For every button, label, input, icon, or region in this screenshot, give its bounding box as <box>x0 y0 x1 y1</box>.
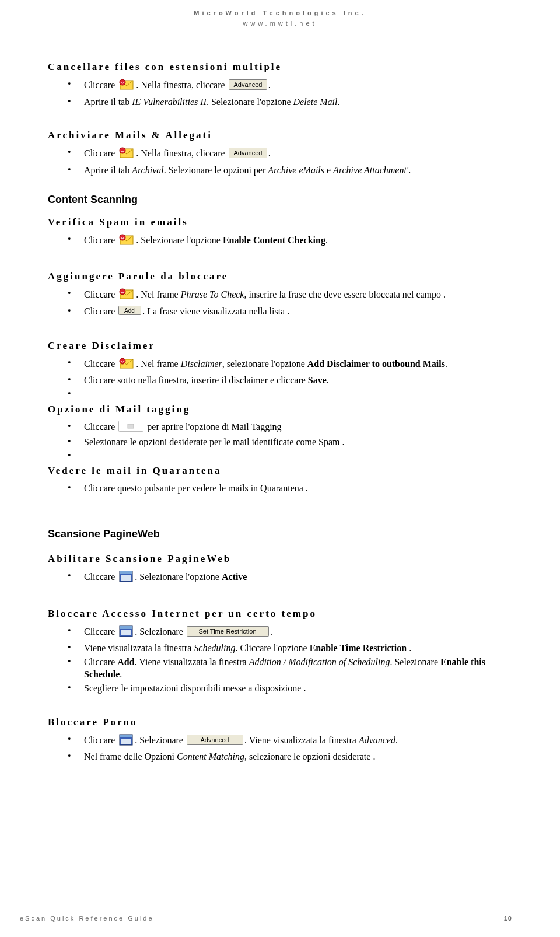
web-icon <box>118 733 134 750</box>
step: Cliccare per aprire l'opzione di Mail Ta… <box>84 420 512 436</box>
heading-archive-mails: Archiviare Mails & Allegati <box>48 130 512 141</box>
heading-block-internet: Bloccare Accesso Internet per un certo t… <box>48 608 512 620</box>
list: Cliccare . Nella finestra, cliccare . Ap… <box>48 146 512 177</box>
page-footer: eScan Quick Reference Guide 10 <box>0 915 560 922</box>
step: Viene visualizzata la finestra Schedulin… <box>84 641 512 655</box>
list: Cliccare . Selezionare l'opzione Active <box>48 569 512 587</box>
advanced-button-icon <box>229 148 267 162</box>
heading-cancel-files: Cancellare files con estensioni multiple <box>48 61 512 73</box>
step: Cliccare . Selezionare l'opzione Active <box>84 569 512 587</box>
mail-icon <box>118 288 135 304</box>
step: Scegliere le impostazioni disponibili me… <box>84 681 512 695</box>
page-number: 10 <box>504 915 512 922</box>
page-header: MicroWorld Technologies Inc. www.mwti.ne… <box>48 8 512 29</box>
web-icon <box>118 625 134 641</box>
step: Cliccare . Nella finestra, cliccare . <box>84 78 512 95</box>
step: Cliccare Add. Viene visualizzata la fine… <box>84 655 512 681</box>
mail-icon <box>118 146 135 163</box>
step: Cliccare questo pulsante per vedere le m… <box>84 481 512 495</box>
step: Cliccare . Nel frame Disclaimer, selezio… <box>84 356 512 374</box>
step: Nel frame delle Opzioni Content Matching… <box>84 750 512 764</box>
mail-icon <box>118 357 135 373</box>
list: Cliccare . Selezionare . Viene visualizz… <box>48 624 512 695</box>
step: Cliccare sotto nella finestra, inserire … <box>84 373 512 387</box>
list: Cliccare per aprire l'opzione di Mail Ta… <box>48 420 512 463</box>
list: Cliccare . Selezionare l'opzione Enable … <box>48 233 512 250</box>
company-site: www.mwti.net <box>48 19 512 29</box>
step: Cliccare . Selezionare l'opzione Enable … <box>84 233 512 250</box>
heading-block-porno: Bloccare Porno <box>48 716 512 728</box>
set-time-restriction-button-icon <box>187 626 269 640</box>
add-button-icon <box>118 306 141 319</box>
heading-verify-spam: Verifica Spam in emails <box>48 216 512 228</box>
list: Cliccare . Nel frame Disclaimer, selezio… <box>48 356 512 401</box>
step: Cliccare . Nel frame Phrase To Check, in… <box>84 287 512 305</box>
step-empty <box>84 387 512 401</box>
step-empty <box>84 449 512 463</box>
advanced-button-icon <box>229 79 267 93</box>
step: Aprire il tab Archival. Selezionare le o… <box>84 163 512 177</box>
heading-enable-web: Abilitare Scansione PagineWeb <box>48 553 512 565</box>
heading-content-scanning: Content Scanning <box>48 194 512 206</box>
heading-create-disclaimer: Creare Disclaimer <box>48 340 512 352</box>
web-icon <box>118 570 134 586</box>
mail-icon <box>118 233 135 250</box>
step: Aprire il tab IE Vulnerabilities II. Sel… <box>84 95 512 109</box>
mail-icon <box>118 78 135 95</box>
list: Cliccare . Selezionare . Viene visualizz… <box>48 733 512 764</box>
step: Cliccare . Selezionare . Viene visualizz… <box>84 733 512 750</box>
heading-add-words: Aggiungere Parole da bloccare <box>48 271 512 282</box>
list: Cliccare . Nella finestra, cliccare . Ap… <box>48 78 512 109</box>
step: Cliccare . Nella finestra, cliccare . <box>84 146 512 163</box>
tag-button-icon <box>118 421 144 435</box>
company-name: MicroWorld Technologies Inc. <box>48 8 512 19</box>
step: Cliccare . La frase viene visualizzata n… <box>84 305 512 319</box>
step: Cliccare . Selezionare . <box>84 624 512 642</box>
list: Cliccare . Nel frame Phrase To Check, in… <box>48 287 512 319</box>
heading-scansione-pagineweb: Scansione PagineWeb <box>48 528 512 540</box>
list: Cliccare questo pulsante per vedere le m… <box>48 481 512 495</box>
heading-quarantine: Vedere le mail in Quarantena <box>48 465 512 477</box>
step: Selezionare le opzioni desiderate per le… <box>84 435 512 449</box>
footer-title: eScan Quick Reference Guide <box>20 915 154 922</box>
heading-mail-tagging: Opzione di Mail tagging <box>48 404 512 415</box>
advanced-button-icon <box>187 735 243 749</box>
